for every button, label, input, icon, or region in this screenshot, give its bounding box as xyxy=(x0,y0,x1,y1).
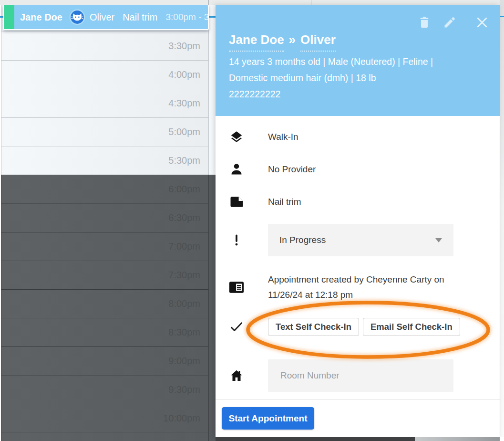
time-slot-row[interactable] xyxy=(1,432,208,441)
text-self-checkin-button[interactable]: Text Self Check-In xyxy=(268,318,359,336)
layers-icon xyxy=(229,130,244,144)
time-slot-row[interactable]: 7:30pm xyxy=(1,261,208,289)
time-slot-row[interactable]: 5:30pm xyxy=(1,146,208,175)
time-slot-row[interactable]: 5:00pm xyxy=(1,117,208,146)
time-slot-row[interactable]: 10:00pm xyxy=(1,404,208,432)
patient-details: 14 years 3 months old | Male (Neutered) … xyxy=(229,53,496,102)
patient-details-line2: Domestic medium hair (dmh) | 18 lb xyxy=(229,70,496,86)
provider-label: No Provider xyxy=(268,164,316,175)
appointment-time-range: 3:00pm - 3:30pm xyxy=(166,12,209,22)
note-card-icon xyxy=(229,281,244,294)
service-row: Nail trim xyxy=(229,193,301,210)
time-slot-label: 8:00pm xyxy=(168,298,200,309)
time-slot-label: 5:30pm xyxy=(168,155,200,166)
appointment-patient-name: Oliver xyxy=(90,12,114,23)
time-slot-row[interactable]: 8:00pm xyxy=(1,289,208,318)
chevron-down-icon xyxy=(435,238,442,242)
created-note: Appointment created by Cheyenne Carty on… xyxy=(268,272,465,303)
time-slot-label: 4:30pm xyxy=(168,98,200,109)
close-icon[interactable] xyxy=(475,15,489,30)
time-slot-label: 4:00pm xyxy=(168,69,200,80)
time-slot-row[interactable]: 8:30pm xyxy=(1,318,208,346)
app-screen: 3:30pm4:00pm4:30pm5:00pm5:30pm6:00pm6:30… xyxy=(0,0,504,441)
time-slot-label: 9:00pm xyxy=(168,356,200,367)
time-slot-label: 8:30pm xyxy=(168,327,200,338)
time-slot-row[interactable]: 7:00pm xyxy=(1,232,208,261)
current-time-indicator xyxy=(500,16,504,17)
status-dropdown[interactable]: In Progress xyxy=(268,224,453,256)
edit-icon[interactable] xyxy=(443,15,456,30)
self-checkin-row: Text Self Check-In Email Self Check-In xyxy=(229,317,464,336)
time-slot-label: 7:30pm xyxy=(168,270,200,281)
time-slot-row[interactable]: 4:00pm xyxy=(1,60,208,89)
horizontal-scrollbar-track[interactable] xyxy=(415,437,500,441)
email-self-checkin-button[interactable]: Email Self Check-In xyxy=(363,318,460,336)
created-note-row: Appointment created by Cheyenne Carty on… xyxy=(229,269,465,306)
time-slot-row[interactable]: 6:00pm xyxy=(1,175,208,203)
time-slot-label: 7:00pm xyxy=(168,241,200,252)
calendar-grid: 3:30pm4:00pm4:30pm5:00pm5:30pm6:00pm6:30… xyxy=(0,0,217,441)
column-divider xyxy=(208,0,209,5)
time-slot-row[interactable]: 9:30pm xyxy=(1,375,208,404)
appointment-type-row: Walk-In xyxy=(229,128,298,146)
person-icon xyxy=(229,162,244,177)
client-name-link[interactable]: Jane Doe xyxy=(229,32,284,52)
column-divider xyxy=(311,0,311,5)
status-value: In Progress xyxy=(279,235,326,245)
client-phone: 2222222222 xyxy=(229,86,496,102)
time-slot-label: 9:30pm xyxy=(168,384,200,395)
check-icon xyxy=(229,320,244,334)
appointment-service: Nail trim xyxy=(123,12,157,23)
time-slot-row[interactable]: 9:00pm xyxy=(1,346,208,375)
service-label: Nail trim xyxy=(268,197,301,207)
time-slot-label: 6:00pm xyxy=(168,184,200,195)
room-row xyxy=(229,359,453,392)
exclamation-icon xyxy=(229,233,244,247)
appointment-detail-panel: Jane Doe»Oliver 14 years 3 months old | … xyxy=(216,5,500,437)
time-slot-label: 10:00pm xyxy=(163,413,200,424)
panel-title: Jane Doe»Oliver xyxy=(229,32,336,52)
time-slot-label: 6:30pm xyxy=(168,212,200,223)
room-number-input[interactable] xyxy=(268,359,453,392)
footer-divider xyxy=(216,399,500,400)
vertical-scrollbar-gutter[interactable] xyxy=(500,0,504,437)
provider-row: No Provider xyxy=(229,161,316,178)
start-appointment-button[interactable]: Start Appointment xyxy=(222,407,314,430)
appointment-client-name: Jane Doe xyxy=(20,12,62,23)
note-icon xyxy=(229,196,244,208)
scrollbar-corner xyxy=(500,437,504,441)
home-icon xyxy=(229,368,244,383)
time-slot-label: 5:00pm xyxy=(168,126,200,137)
title-separator: » xyxy=(289,32,296,47)
time-slot-row[interactable]: 6:30pm xyxy=(1,203,208,232)
appointment-type-label: Walk-In xyxy=(268,132,298,142)
patient-details-line1: 14 years 3 months old | Male (Neutered) … xyxy=(229,53,496,70)
horizontal-scrollbar-thumb[interactable] xyxy=(216,437,415,441)
time-slot-row[interactable]: 4:30pm xyxy=(1,89,208,117)
panel-header: Jane Doe»Oliver 14 years 3 months old | … xyxy=(216,5,500,116)
patient-name-link[interactable]: Oliver xyxy=(300,32,336,52)
cat-avatar-icon xyxy=(69,9,85,25)
delete-icon[interactable] xyxy=(418,15,431,30)
appointment-status-strip xyxy=(4,5,14,29)
time-slot-row[interactable]: 3:30pm xyxy=(1,32,208,60)
appointment-block[interactable]: Jane Doe Oliver Nail trim 3:00pm - 3:30p… xyxy=(3,4,209,30)
status-row: In Progress xyxy=(229,224,453,256)
time-slot-label: 3:30pm xyxy=(168,41,200,52)
